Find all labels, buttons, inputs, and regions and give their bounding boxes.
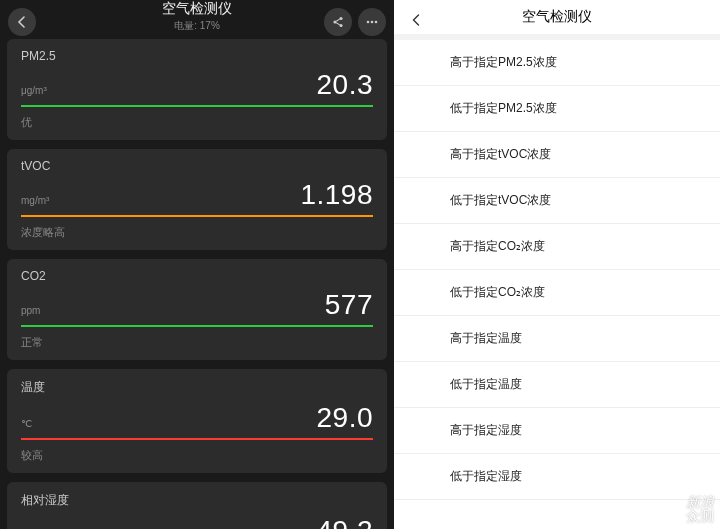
- share-button[interactable]: [324, 8, 352, 36]
- back-button[interactable]: [8, 8, 36, 36]
- more-icon: [365, 15, 379, 29]
- left-header-actions: [324, 8, 386, 36]
- metric-card-co2[interactable]: CO2 ppm 577 正常: [7, 259, 387, 360]
- svg-point-3: [367, 21, 370, 24]
- left-title-block: 空气检测仪 电量: 17%: [162, 0, 232, 33]
- metric-status: 正常: [21, 335, 373, 350]
- metric-unit: μg/m³: [21, 85, 47, 96]
- metric-bar: [21, 325, 373, 327]
- metric-name: 温度: [21, 379, 373, 396]
- svg-point-4: [371, 21, 374, 24]
- metric-value: 49.2: [317, 515, 374, 529]
- metric-name: tVOC: [21, 159, 373, 173]
- metric-bar: [21, 438, 373, 440]
- back-button[interactable]: [404, 8, 428, 32]
- left-header: 空气检测仪 电量: 17%: [0, 0, 394, 33]
- right-title: 空气检测仪: [522, 8, 592, 26]
- metric-bar: [21, 215, 373, 217]
- list-item[interactable]: 低于指定PM2.5浓度: [394, 86, 720, 132]
- cards-container: PM2.5 μg/m³ 20.3 优 tVOC mg/m³ 1.198 浓度略高…: [0, 33, 394, 529]
- watermark-line2: 众测: [686, 509, 714, 523]
- metric-row: mg/m³ 1.198: [21, 179, 373, 211]
- metric-card-tvoc[interactable]: tVOC mg/m³ 1.198 浓度略高: [7, 149, 387, 250]
- metric-row: % 49.2: [21, 515, 373, 529]
- list-item[interactable]: 低于指定湿度: [394, 454, 720, 500]
- metric-name: PM2.5: [21, 49, 373, 63]
- metric-value: 1.198: [300, 179, 373, 211]
- metric-status: 较高: [21, 448, 373, 463]
- share-icon: [331, 15, 345, 29]
- metric-status: 优: [21, 115, 373, 130]
- list-item[interactable]: 高于指定CO₂浓度: [394, 224, 720, 270]
- metric-unit: mg/m³: [21, 195, 49, 206]
- chevron-left-icon: [17, 16, 27, 28]
- metric-row: ℃ 29.0: [21, 402, 373, 434]
- metric-card-pm25[interactable]: PM2.5 μg/m³ 20.3 优: [7, 39, 387, 140]
- metric-value: 20.3: [317, 69, 374, 101]
- metric-row: μg/m³ 20.3: [21, 69, 373, 101]
- metric-name: 相对湿度: [21, 492, 373, 509]
- list-item[interactable]: 高于指定温度: [394, 316, 720, 362]
- metric-value: 29.0: [317, 402, 374, 434]
- metric-unit: ℃: [21, 418, 32, 429]
- left-pane: 空气检测仪 电量: 17% PM2.5 μg/m³ 20.3 优 tVOC mg…: [0, 0, 394, 529]
- list-item[interactable]: 低于指定tVOC浓度: [394, 178, 720, 224]
- chevron-left-icon: [411, 13, 421, 27]
- list-item[interactable]: 高于指定湿度: [394, 408, 720, 454]
- more-button[interactable]: [358, 8, 386, 36]
- list-item[interactable]: 低于指定温度: [394, 362, 720, 408]
- metric-card-temperature[interactable]: 温度 ℃ 29.0 较高: [7, 369, 387, 473]
- list-item[interactable]: 高于指定tVOC浓度: [394, 132, 720, 178]
- metric-row: ppm 577: [21, 289, 373, 321]
- left-title: 空气检测仪: [162, 0, 232, 18]
- list-item[interactable]: 低于指定CO₂浓度: [394, 270, 720, 316]
- left-subtitle: 电量: 17%: [162, 19, 232, 33]
- right-list: 高于指定PM2.5浓度 低于指定PM2.5浓度 高于指定tVOC浓度 低于指定t…: [394, 40, 720, 529]
- watermark: 新浪 众测: [686, 495, 714, 523]
- list-item[interactable]: 高于指定PM2.5浓度: [394, 40, 720, 86]
- metric-status: 浓度略高: [21, 225, 373, 240]
- watermark-line1: 新浪: [686, 495, 714, 509]
- metric-unit: ppm: [21, 305, 40, 316]
- svg-point-5: [375, 21, 378, 24]
- metric-value: 577: [325, 289, 373, 321]
- metric-bar: [21, 105, 373, 107]
- metric-card-humidity[interactable]: 相对湿度 % 49.2 适宜: [7, 482, 387, 529]
- metric-name: CO2: [21, 269, 373, 283]
- right-header: 空气检测仪: [394, 0, 720, 40]
- right-pane: 空气检测仪 高于指定PM2.5浓度 低于指定PM2.5浓度 高于指定tVOC浓度…: [394, 0, 720, 529]
